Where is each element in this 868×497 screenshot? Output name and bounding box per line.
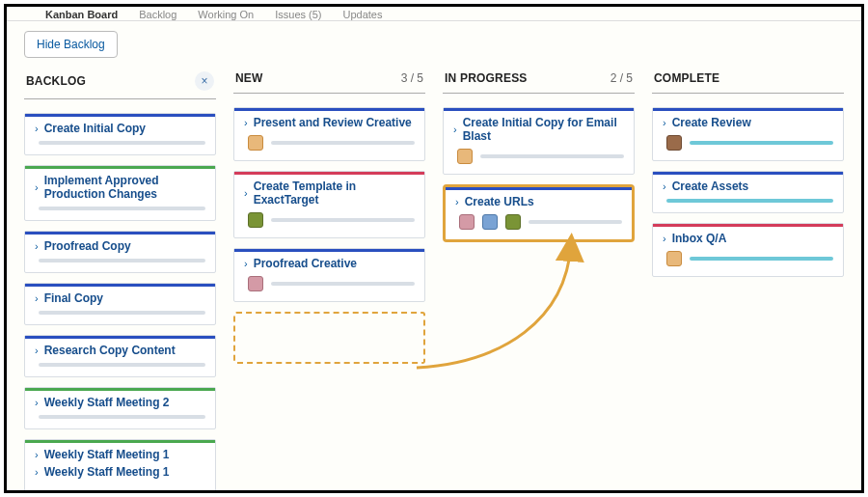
card-title: Implement Approved Production Changes [44,174,205,201]
tab-bar: Kanban Board Backlog Working On Issues (… [7,7,861,21]
kanban-columns: BACKLOG × ›Create Initial Copy ›Implemen… [7,66,861,493]
tab-issues[interactable]: Issues (5) [275,9,321,20]
drop-zone[interactable] [233,312,425,364]
card-title: Proofread Copy [44,239,131,253]
column-backlog: BACKLOG × ›Create Initial Copy ›Implemen… [24,66,216,493]
chevron-right-icon: › [244,258,248,269]
column-title: COMPLETE [654,71,719,85]
progress-bar [271,218,415,222]
progress-bar [39,207,205,210]
card-title: Final Copy [44,291,103,305]
card[interactable]: ›Create Initial Copy [24,113,216,155]
chevron-right-icon: › [35,240,39,252]
avatar-icon [248,276,263,291]
close-icon[interactable]: × [195,71,214,91]
card[interactable]: ›Research Copy Content [24,335,216,377]
card-title: Proofread Creative [254,257,357,270]
progress-bar [480,154,624,158]
chevron-right-icon: › [35,345,39,356]
column-header-in-progress: IN PROGRESS 2 / 5 [443,66,635,94]
chevron-right-icon: › [663,180,666,192]
card[interactable]: ›Implement Approved Production Changes [24,165,216,221]
card[interactable]: ›Create Initial Copy for Email Blast [443,107,635,175]
chevron-right-icon: › [453,124,457,135]
avatar-icon [248,212,263,228]
card-title: Create Initial Copy for Email Blast [463,116,624,143]
avatar-icon [459,214,475,230]
chevron-right-icon: › [244,187,248,199]
card-title: Inbox Q/A [672,232,727,245]
progress-bar [39,311,205,315]
chevron-right-icon: › [35,292,39,304]
progress-bar [529,220,622,224]
column-count: 3 / 5 [401,71,423,85]
card[interactable]: ›Weekly Staff Meeting 2 [24,387,216,429]
chevron-right-icon: › [35,397,39,408]
card[interactable]: ›Weekly Staff Meeting 1 ›Weekly Staff Me… [24,439,216,493]
chevron-right-icon: › [35,181,39,193]
card-title: Weekly Staff Meeting 1 [44,465,170,479]
tab-backlog[interactable]: Backlog [139,9,176,20]
chevron-right-icon: › [455,196,459,207]
progress-bar [271,282,415,286]
tab-working-on[interactable]: Working On [198,9,254,20]
card[interactable]: ›Present and Review Creative [233,107,425,161]
progress-bar [39,415,205,419]
progress-bar [39,259,205,262]
chevron-right-icon: › [663,117,666,128]
progress-bar [39,141,205,145]
card-title: Weekly Staff Meeting 1 [44,448,170,461]
column-title: NEW [235,71,263,85]
card[interactable]: ›Inbox Q/A [652,223,844,277]
column-in-progress: IN PROGRESS 2 / 5 ›Create Initial Copy f… [443,66,635,252]
card-title: Research Copy Content [44,344,176,357]
card[interactable]: ›Final Copy [24,283,216,325]
avatar-icon [482,214,498,230]
card-title: Create Assets [672,179,749,193]
chevron-right-icon: › [35,123,39,134]
progress-bar [39,363,205,367]
chevron-right-icon: › [35,466,39,478]
avatar-icon [505,214,521,230]
hide-backlog-button[interactable]: Hide Backlog [24,31,118,58]
column-new: NEW 3 / 5 ›Present and Review Creative ›… [233,66,425,364]
progress-bar [271,141,415,145]
card[interactable]: ›Create Assets [652,171,844,213]
chevron-right-icon: › [663,233,666,244]
column-header-new: NEW 3 / 5 [233,66,425,94]
tab-kanban[interactable]: Kanban Board [45,9,118,20]
card[interactable]: ›Create Review [652,107,844,161]
column-title: BACKLOG [26,74,86,88]
chevron-right-icon: › [35,449,39,460]
card-title: Weekly Staff Meeting 2 [44,396,170,409]
column-complete: COMPLETE ›Create Review ›Create Assets ›… [652,66,844,287]
progress-bar [666,199,833,203]
column-count: 2 / 5 [610,71,633,85]
card-title: Create URLs [465,195,534,208]
column-header-complete: COMPLETE [652,66,844,94]
chevron-right-icon: › [244,117,248,128]
card-highlighted[interactable]: ›Create URLs [443,184,635,242]
avatar-icon [666,251,682,266]
avatar-icon [457,149,473,164]
card[interactable]: ›Create Template in ExactTarget [233,171,425,238]
avatar-icon [248,135,263,151]
avatar-icon [666,135,682,151]
column-header-backlog: BACKLOG × [24,66,216,99]
card-title: Create Review [672,116,751,129]
card[interactable]: ›Proofread Copy [24,231,216,273]
card-title: Create Initial Copy [44,122,146,135]
card[interactable]: ›Proofread Creative [233,248,425,302]
card-title: Create Template in ExactTarget [254,179,415,207]
progress-bar [690,257,833,261]
app-frame: Kanban Board Backlog Working On Issues (… [4,4,864,493]
tab-updates[interactable]: Updates [343,9,383,20]
progress-bar [690,141,833,145]
card-title: Present and Review Creative [254,116,412,129]
column-title: IN PROGRESS [445,71,528,85]
